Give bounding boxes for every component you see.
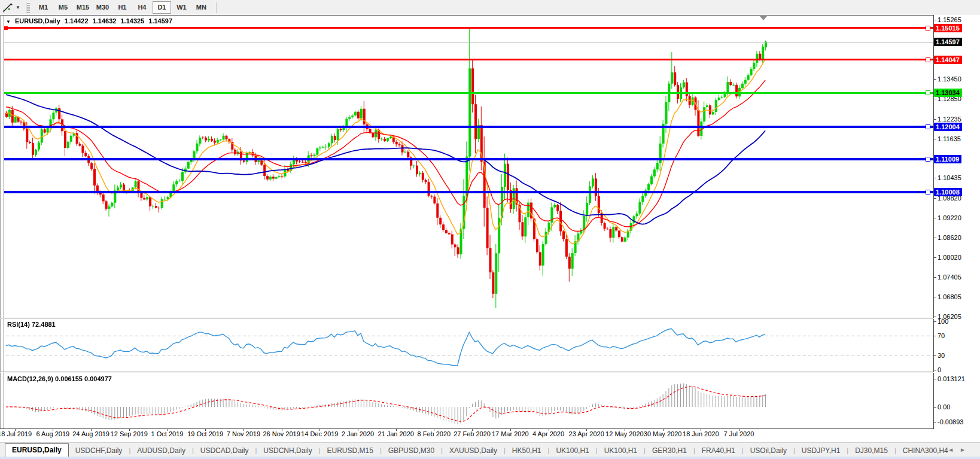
price-level-line-1.10008[interactable] [4, 191, 933, 193]
chart-dropdown-caret-icon[interactable]: ▼ [6, 19, 11, 25]
ohlc-close: 1.14597 [148, 17, 172, 25]
tab-xauusd-daily[interactable]: XAUUSD,Daily [443, 445, 504, 457]
tab-scroll-right-icon[interactable]: ► [960, 446, 972, 453]
line-handle-icon[interactable] [926, 190, 930, 194]
price-level-badge: 1.11009 [934, 155, 961, 163]
tab-uk100-h1[interactable]: UK100,H1 [598, 445, 644, 457]
price-level-badge: 1.15015 [934, 24, 962, 32]
tab-ger30-h1[interactable]: GER30,H1 [646, 445, 693, 457]
tab-eurusd-m15[interactable]: EURUSD,M15 [321, 445, 380, 457]
price-level-line-1.14047[interactable] [4, 59, 933, 60]
price-tick-label: 1.10435 [938, 174, 961, 182]
line-handle-icon[interactable] [926, 57, 930, 62]
rsi-value: 72.4881 [32, 321, 56, 328]
macd-tick-label: -0.00893 [938, 418, 963, 426]
tab-usdjpy-h1[interactable]: USDJPY,H1 [795, 445, 847, 457]
price-level-badge: 1.14047 [934, 56, 962, 64]
price-level-badge: 1.10008 [934, 188, 962, 196]
date-label: 24 Aug 2019 [72, 430, 109, 437]
rsi-tick-label: 0 [938, 366, 941, 374]
chart-title: ▼ EURUSD,Daily 1.14422 1.14632 1.14325 1… [6, 17, 175, 25]
timeframe-toolbar: ▼ M1M5M15M30H1H4D1W1MN [0, 0, 980, 15]
tab-hk50-h1[interactable]: HK50,H1 [506, 445, 548, 457]
date-tick [168, 429, 168, 431]
date-tick [91, 429, 92, 431]
timeframe-button-w1[interactable]: W1 [172, 1, 191, 14]
toolbar-separator [216, 2, 217, 13]
date-label: 8 Feb 2020 [418, 430, 451, 437]
date-label: 27 Feb 2020 [454, 430, 491, 437]
date-tick [15, 429, 16, 431]
price-tick-label: 1.11635 [938, 135, 961, 143]
timeframe-button-h4[interactable]: H4 [133, 1, 151, 14]
price-chart-canvas[interactable] [4, 16, 933, 428]
tool-dropdown-caret-icon[interactable]: ▼ [16, 5, 20, 10]
chart-symbol-label: EURUSD,Daily [15, 17, 60, 25]
tab-usdcad-daily[interactable]: USDCAD,Daily [194, 445, 255, 457]
time-axis-line [0, 428, 934, 429]
current-price-badge: 1.14597 [934, 38, 962, 46]
macd-tick-label: 0.013121 [938, 375, 965, 383]
tab-audusd-daily[interactable]: AUDUSD,Daily [130, 445, 192, 457]
rsi-tick-label: 100 [938, 317, 948, 326]
date-tick [205, 429, 206, 431]
price-level-line-1.15015[interactable] [4, 27, 933, 29]
tab-scroll-arrows: ◄► [948, 446, 972, 453]
price-level-line-1.13034[interactable] [4, 92, 933, 94]
timeframe-button-m30[interactable]: M30 [93, 1, 112, 14]
line-handle-icon[interactable] [926, 157, 930, 162]
current-price-line [4, 42, 933, 42]
chart-shift-marker-icon[interactable] [760, 16, 767, 20]
timeframe-button-mn[interactable]: MN [192, 1, 211, 14]
timeframe-button-d1[interactable]: D1 [153, 1, 171, 14]
date-tick [53, 429, 53, 431]
tab-gbpusd-m30[interactable]: GBPUSD,M30 [382, 445, 441, 457]
toolbar-grip-handle[interactable] [26, 2, 30, 13]
rsi-tick-label: 30 [938, 351, 945, 360]
price-tick-label: 1.08620 [938, 233, 961, 242]
date-tick [663, 429, 664, 431]
date-tick [396, 429, 397, 431]
timeframe-button-m1[interactable]: M1 [34, 1, 53, 14]
timeframe-buttons: M1M5M15M30H1H4D1W1MN [34, 1, 211, 14]
tab-scroll-left-icon[interactable]: ◄ [948, 446, 960, 453]
tab-usoil-daily[interactable]: USOil,Daily [744, 445, 793, 457]
line-handle-icon[interactable] [926, 26, 930, 31]
date-tick [510, 429, 511, 431]
line-handle-icon[interactable] [4, 26, 8, 30]
date-label: 7 Nov 2019 [227, 430, 260, 437]
tab-fra40-h1[interactable]: FRA40,H1 [695, 445, 742, 457]
date-tick [282, 429, 282, 431]
cursor-tool-icon[interactable] [2, 2, 14, 13]
price-level-badge: 1.12004 [934, 123, 962, 131]
date-tick [244, 429, 244, 431]
date-label: 19 Oct 2019 [187, 430, 223, 437]
price-tick-label: 1.08020 [938, 253, 961, 262]
date-label: 2 Jan 2020 [342, 430, 374, 437]
price-tick-label: 1.12235 [938, 115, 961, 123]
price-level-badge: 1.13034 [934, 89, 962, 97]
date-tick [358, 429, 358, 431]
timeframe-button-h1[interactable]: H1 [113, 1, 132, 14]
timeframe-button-m15[interactable]: M15 [74, 1, 92, 14]
tab-eurusd-daily[interactable]: EURUSD,Daily [5, 443, 69, 457]
date-label: 1 Oct 2019 [151, 430, 184, 437]
date-tick [319, 429, 320, 431]
tab-china300-h4[interactable]: CHINA300,H4 [896, 445, 955, 457]
macd-label: MACD(12,26,9) 0.006155 0.004977 [7, 375, 112, 382]
ohlc-high: 1.14632 [93, 17, 117, 25]
trading-platform-window: ▼ M1M5M15M30H1H4D1W1MN ▼ EURUSD,Daily 1.… [0, 0, 980, 459]
macd-main-value: 0.006155 [55, 375, 83, 382]
price-level-line-1.12004[interactable] [4, 126, 933, 128]
date-label: 30 May 2020 [644, 430, 682, 437]
line-handle-icon[interactable] [926, 90, 930, 95]
ohlc-low: 1.14325 [121, 17, 145, 25]
tab-uk100-h1[interactable]: UK100,H1 [549, 445, 595, 457]
date-label: 12 Sep 2019 [111, 430, 148, 437]
timeframe-button-m5[interactable]: M5 [54, 1, 72, 14]
price-level-line-1.11009[interactable] [4, 158, 933, 160]
tab-dj30-m15[interactable]: DJ30,M15 [848, 445, 894, 457]
line-handle-icon[interactable] [926, 124, 930, 129]
tab-usdchf-daily[interactable]: USDCHF,Daily [69, 445, 129, 457]
tab-usdcnh-daily[interactable]: USDCNH,Daily [257, 445, 318, 457]
